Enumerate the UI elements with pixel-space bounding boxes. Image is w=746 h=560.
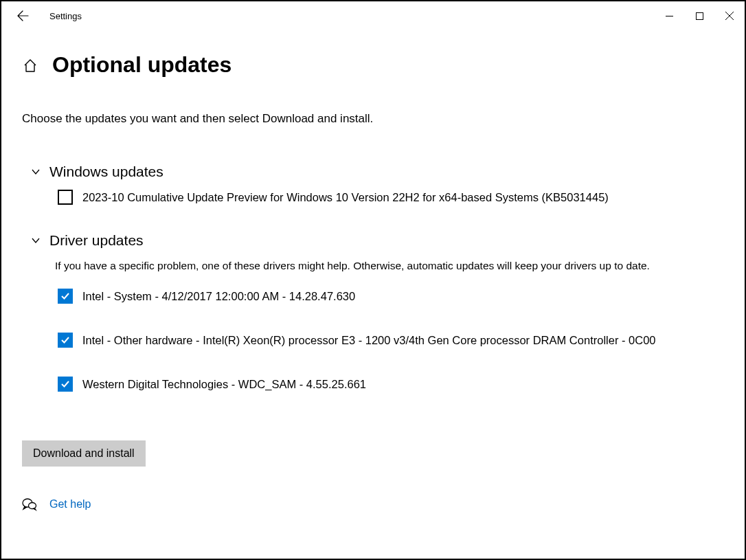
chevron-down-icon [30, 166, 41, 177]
driver-updates-description: If you have a specific problem, one of t… [22, 258, 724, 273]
minimize-button[interactable] [654, 5, 684, 27]
update-checkbox-kb5031445[interactable] [58, 190, 73, 205]
minimize-icon [666, 12, 673, 20]
home-icon [23, 58, 38, 73]
arrow-left-icon [16, 10, 29, 22]
home-button[interactable] [22, 57, 38, 74]
update-item: Intel - Other hardware - Intel(R) Xeon(R… [22, 333, 724, 348]
close-icon [725, 12, 734, 20]
update-item: Western Digital Technologies - WDC_SAM -… [22, 377, 724, 392]
help-row: Get help [22, 497, 724, 512]
maximize-icon [696, 12, 703, 20]
update-label: Western Digital Technologies - WDC_SAM -… [82, 377, 366, 392]
windows-updates-title: Windows updates [49, 164, 163, 180]
update-item: Intel - System - 4/12/2017 12:00:00 AM -… [22, 289, 724, 304]
app-title: Settings [49, 11, 82, 21]
update-label: 2023-10 Cumulative Update Preview for Wi… [82, 190, 609, 205]
update-label: Intel - Other hardware - Intel(R) Xeon(R… [82, 333, 656, 348]
maximize-button[interactable] [684, 5, 714, 27]
chevron-down-icon [30, 235, 41, 246]
page-header: Optional updates [22, 52, 724, 78]
update-item: 2023-10 Cumulative Update Preview for Wi… [22, 190, 724, 205]
driver-updates-title: Driver updates [49, 232, 144, 249]
update-checkbox-wdc[interactable] [58, 377, 73, 392]
update-checkbox-intel-other[interactable] [58, 333, 73, 348]
close-button[interactable] [714, 5, 745, 27]
update-checkbox-intel-system[interactable] [58, 289, 73, 304]
titlebar-left: Settings [15, 8, 82, 23]
download-install-button[interactable]: Download and install [22, 440, 146, 467]
page-title: Optional updates [52, 52, 231, 78]
window-controls [654, 5, 745, 27]
get-help-icon [22, 497, 37, 512]
instruction-text: Choose the updates you want and then sel… [22, 112, 724, 126]
windows-updates-header[interactable]: Windows updates [22, 164, 724, 180]
get-help-link[interactable]: Get help [49, 498, 91, 511]
back-button[interactable] [15, 8, 30, 23]
titlebar: Settings [1, 1, 745, 30]
driver-updates-header[interactable]: Driver updates [22, 232, 724, 249]
update-label: Intel - System - 4/12/2017 12:00:00 AM -… [82, 289, 355, 304]
driver-updates-section: Driver updates If you have a specific pr… [22, 232, 724, 392]
svg-rect-0 [696, 12, 703, 19]
content-area: Optional updates Choose the updates you … [1, 30, 745, 533]
windows-updates-section: Windows updates 2023-10 Cumulative Updat… [22, 164, 724, 205]
